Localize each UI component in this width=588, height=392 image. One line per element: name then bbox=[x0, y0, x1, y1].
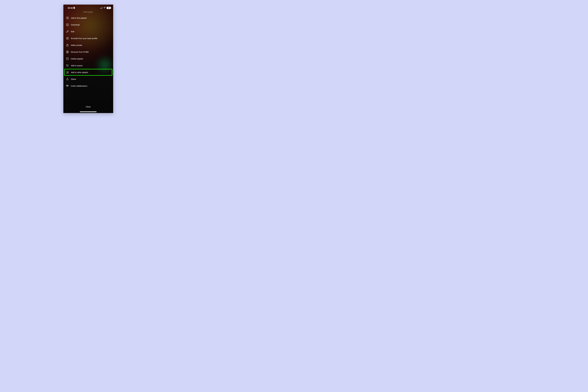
menu-label: Add to this playlist bbox=[71, 17, 87, 19]
svg-point-25 bbox=[67, 85, 68, 86]
queue-icon bbox=[66, 64, 69, 67]
profile-icon bbox=[66, 50, 69, 53]
sim-card-icon bbox=[74, 7, 75, 9]
status-left: 09:30 bbox=[68, 7, 75, 9]
menu-download[interactable]: Download bbox=[63, 21, 113, 28]
menu-share[interactable]: Share bbox=[63, 76, 113, 82]
svg-rect-10 bbox=[66, 45, 68, 46]
context-menu: Add to this playlist Download Edit Exclu… bbox=[63, 14, 113, 89]
menu-make-private[interactable]: Make private bbox=[63, 42, 113, 48]
header-subtitle: Public playlist bbox=[84, 11, 93, 13]
menu-delete-playlist[interactable]: Delete playlist bbox=[63, 55, 113, 62]
svg-line-6 bbox=[68, 31, 68, 31]
wifi-icon bbox=[104, 7, 106, 9]
phone-frame: 09:30 95 Public playlist Add to bbox=[63, 4, 113, 113]
x-circle-icon bbox=[66, 37, 69, 40]
menu-exclude-taste-profile[interactable]: Exclude from your taste profile bbox=[63, 35, 113, 42]
menu-remove-from-profile[interactable]: Remove from Profile bbox=[63, 48, 113, 55]
menu-label: Exclude from your taste profile bbox=[71, 37, 98, 40]
plus-circle-icon bbox=[66, 16, 69, 19]
lock-icon bbox=[66, 44, 69, 46]
battery-icon: 95 bbox=[106, 7, 111, 9]
svg-point-12 bbox=[67, 51, 68, 52]
sheet-header: Public playlist bbox=[63, 10, 113, 14]
menu-edit[interactable]: Edit bbox=[63, 28, 113, 35]
status-time: 09:30 bbox=[68, 7, 73, 9]
menu-label: Make private bbox=[71, 44, 82, 46]
menu-label: Delete playlist bbox=[71, 58, 83, 60]
battery-level: 95 bbox=[108, 7, 109, 8]
menu-label: Add to other playlist bbox=[71, 71, 88, 74]
signal-secondary-icon bbox=[100, 7, 103, 8]
svg-point-0 bbox=[104, 8, 105, 8]
content-layer: 09:30 95 Public playlist Add to bbox=[63, 4, 113, 113]
menu-label: Invite collaborators bbox=[71, 85, 88, 87]
status-right: 95 bbox=[100, 7, 111, 9]
menu-label: Share bbox=[71, 78, 76, 80]
menu-label: Remove from Profile bbox=[71, 51, 89, 53]
minus-circle-icon bbox=[66, 57, 69, 60]
home-indicator[interactable] bbox=[80, 112, 96, 112]
invite-icon bbox=[66, 84, 69, 87]
close-button[interactable]: Close bbox=[63, 106, 113, 108]
menu-add-to-queue[interactable]: Add to queue bbox=[63, 62, 113, 69]
close-label: Close bbox=[86, 106, 91, 108]
share-icon bbox=[66, 78, 69, 80]
menu-label: Download bbox=[71, 24, 80, 26]
svg-point-11 bbox=[66, 51, 68, 53]
svg-point-20 bbox=[68, 72, 68, 73]
menu-invite-collaborators[interactable]: Invite collaborators bbox=[63, 82, 113, 89]
menu-label: Add to queue bbox=[71, 64, 82, 67]
status-bar: 09:30 95 bbox=[63, 4, 113, 10]
svg-point-26 bbox=[68, 85, 68, 86]
download-icon bbox=[66, 23, 69, 26]
menu-add-to-this-playlist[interactable]: Add to this playlist bbox=[63, 14, 113, 21]
menu-label: Edit bbox=[71, 30, 74, 33]
add-playlist-icon bbox=[66, 71, 69, 74]
pencil-icon bbox=[66, 30, 69, 33]
menu-add-to-other-playlist[interactable]: Add to other playlist bbox=[64, 69, 112, 76]
